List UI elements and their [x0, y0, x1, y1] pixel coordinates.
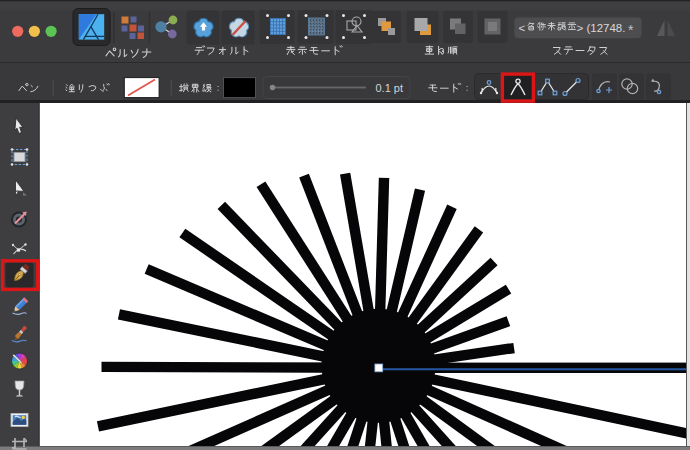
svg-text:> (12748.: > (12748. [577, 22, 626, 34]
svg-text:*: * [628, 22, 634, 38]
svg-text:<: < [519, 22, 526, 34]
svg-text:0.1 pt: 0.1 pt [375, 82, 403, 94]
